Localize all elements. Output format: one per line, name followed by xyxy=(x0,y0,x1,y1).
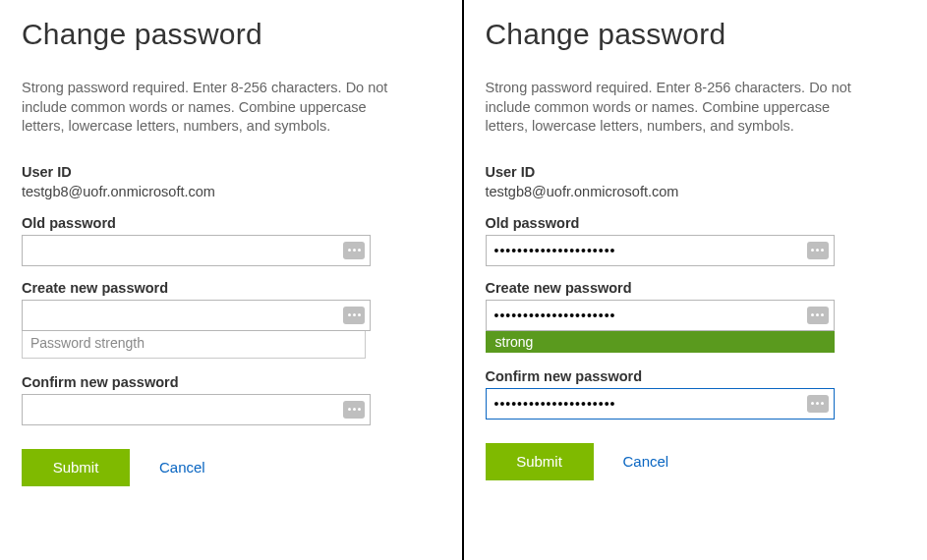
keypad-icon[interactable] xyxy=(343,307,365,324)
button-row: Submit Cancel xyxy=(486,443,906,480)
page-title: Change password xyxy=(22,18,440,51)
user-id-value: testgb8@uofr.onmicrosoft.com xyxy=(486,184,906,199)
new-password-label: Create new password xyxy=(22,280,440,296)
new-password-input[interactable] xyxy=(486,300,835,331)
password-strength-indicator: Password strength xyxy=(22,331,366,359)
change-password-panel-filled: Change password Strong password required… xyxy=(464,0,928,560)
old-password-row xyxy=(486,235,835,266)
change-password-panel-empty: Change password Strong password required… xyxy=(0,0,464,560)
confirm-password-label: Confirm new password xyxy=(486,368,906,384)
keypad-icon[interactable] xyxy=(343,242,365,259)
user-id-value: testgb8@uofr.onmicrosoft.com xyxy=(22,184,440,199)
keypad-icon[interactable] xyxy=(343,401,365,419)
old-password-row xyxy=(22,235,371,266)
keypad-icon[interactable] xyxy=(807,242,829,259)
old-password-input[interactable] xyxy=(486,235,835,266)
user-id-label: User ID xyxy=(22,164,440,180)
confirm-password-input[interactable] xyxy=(22,394,371,425)
confirm-password-row xyxy=(22,394,371,425)
submit-button[interactable]: Submit xyxy=(486,443,594,480)
confirm-password-row xyxy=(486,388,835,420)
new-password-row xyxy=(22,300,371,331)
confirm-password-label: Confirm new password xyxy=(22,374,440,390)
password-policy-text: Strong password required. Enter 8-256 ch… xyxy=(22,79,395,137)
cancel-link[interactable]: Cancel xyxy=(623,453,669,470)
keypad-icon[interactable] xyxy=(807,307,829,324)
cancel-link[interactable]: Cancel xyxy=(159,459,205,476)
keypad-icon[interactable] xyxy=(807,395,829,413)
new-password-row xyxy=(486,300,835,331)
new-password-input[interactable] xyxy=(22,300,371,331)
password-policy-text: Strong password required. Enter 8-256 ch… xyxy=(486,79,859,137)
submit-button[interactable]: Submit xyxy=(22,449,130,486)
password-strength-indicator: strong xyxy=(486,331,835,353)
old-password-input[interactable] xyxy=(22,235,371,266)
button-row: Submit Cancel xyxy=(22,449,440,486)
old-password-label: Old password xyxy=(22,215,440,231)
old-password-label: Old password xyxy=(486,215,906,231)
page-title: Change password xyxy=(486,18,906,51)
new-password-label: Create new password xyxy=(486,280,906,296)
confirm-password-input[interactable] xyxy=(486,388,835,420)
user-id-label: User ID xyxy=(486,164,906,180)
